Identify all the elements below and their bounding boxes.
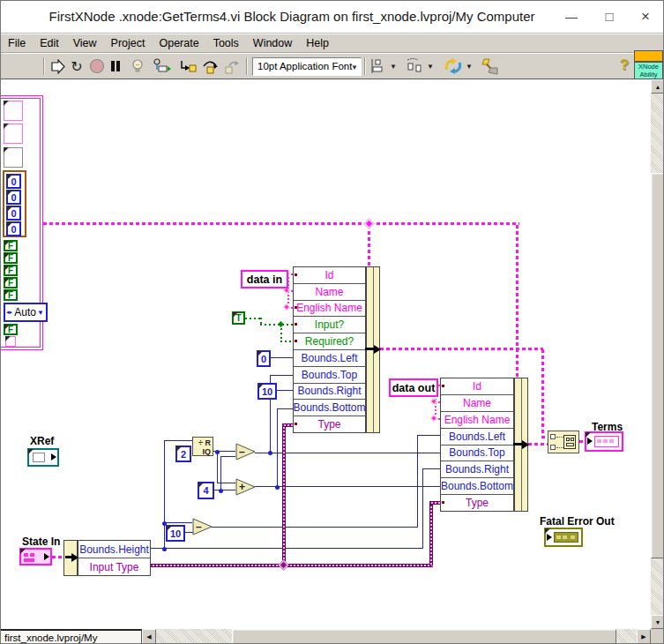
wire-true-const[interactable] — [245, 318, 261, 319]
wire-input-type[interactable] — [151, 564, 433, 567]
font-selector[interactable]: 10pt Application Font ▼ — [252, 57, 362, 76]
wire-to-subtract2[interactable] — [164, 522, 192, 523]
align-objects-button[interactable]: ▼ — [369, 56, 398, 76]
step-into-button[interactable] — [178, 56, 199, 76]
build-array-node[interactable] — [548, 431, 579, 453]
bundle-row[interactable]: English Name — [294, 301, 365, 318]
wire-four-branch[interactable] — [220, 456, 235, 457]
cleanup-diagram-button[interactable] — [477, 56, 502, 76]
unbundle-row[interactable]: Bounds.Height — [78, 541, 150, 558]
ten-constant[interactable]: 10 — [166, 525, 185, 542]
data-out-label[interactable]: data out — [389, 378, 438, 397]
enum-constant[interactable]: ◂▸ Auto ▼ — [4, 303, 48, 322]
bundle-row[interactable]: Bounds.Bottom — [294, 400, 365, 416]
block-diagram-canvas[interactable]: 0 0 0 0 F F F F F ◂▸ Auto ▼ F — [1, 79, 651, 629]
numeric-constant[interactable]: 0 — [6, 190, 21, 205]
add-node[interactable]: + — [235, 478, 257, 499]
wire-zero-out[interactable] — [271, 357, 293, 358]
boolean-constant[interactable]: F — [4, 277, 18, 288]
maximize-button[interactable]: □ — [598, 6, 621, 27]
ten-constant[interactable]: 10 — [257, 383, 277, 400]
run-continuous-button[interactable]: ↻ — [68, 56, 86, 76]
subtract-node[interactable]: – — [192, 518, 213, 539]
wire-type1[interactable] — [282, 423, 293, 427]
wire-bounds-height[interactable] — [151, 548, 422, 549]
wire-to-qr[interactable] — [164, 440, 192, 441]
menu-help[interactable]: Help — [299, 34, 336, 53]
string-constant-empty[interactable] — [4, 124, 23, 144]
wire-cluster-to-bundle1[interactable] — [368, 225, 370, 266]
enum-increment-icon[interactable]: ◂▸ — [6, 309, 12, 316]
numeric-constant[interactable]: 0 — [6, 221, 21, 236]
bundle-row[interactable]: Bounds.Left — [441, 429, 513, 446]
wire-four-out[interactable] — [214, 490, 235, 490]
fatal-error-out-terminal[interactable] — [544, 528, 583, 547]
wire-junction-dot[interactable] — [215, 450, 220, 454]
context-help-button[interactable]: ? — [616, 56, 632, 76]
menu-edit[interactable]: Edit — [33, 34, 66, 53]
menu-operate[interactable]: Operate — [152, 34, 205, 53]
terms-terminal[interactable] — [585, 431, 623, 452]
horizontal-scrollbar[interactable]: ◀ ▶ — [142, 629, 651, 644]
boolean-constant[interactable]: F — [4, 265, 18, 276]
string-constant-empty[interactable] — [5, 336, 16, 347]
bundle-row[interactable]: Bounds.Bottom — [441, 478, 513, 495]
scroll-track[interactable] — [156, 629, 232, 644]
scroll-down-button[interactable]: ▼ — [651, 615, 664, 629]
scroll-thumb[interactable] — [651, 173, 664, 558]
four-constant[interactable]: 4 — [198, 482, 214, 499]
wire-height-minus[interactable] — [417, 435, 440, 436]
bundle-row[interactable]: Id — [441, 378, 513, 395]
wire-type1[interactable] — [282, 425, 286, 565]
unbundle-row[interactable]: Input Type — [78, 558, 150, 575]
wire-bundle1-out[interactable] — [541, 349, 544, 437]
bundle-row[interactable]: Input? — [294, 317, 365, 333]
numeric-constant[interactable]: 0 — [6, 174, 21, 189]
unbundle-by-name-node[interactable]: Bounds.Height Input Type — [78, 540, 151, 576]
wire-junction[interactable] — [278, 321, 284, 327]
wire-type2[interactable] — [429, 501, 440, 505]
title-bar[interactable]: FirstXNode .xnode:GetTerms4.vi Block Dia… — [1, 1, 664, 34]
wire-bounds-top-branch[interactable] — [270, 375, 293, 376]
wire-four-branch[interactable] — [220, 456, 221, 490]
wire-cluster-to-bundle2[interactable] — [516, 225, 519, 378]
menu-project[interactable]: Project — [104, 34, 153, 53]
scroll-left-button[interactable]: ◀ — [142, 629, 156, 644]
distribute-objects-button[interactable]: ▼ — [405, 56, 435, 76]
scroll-right-button[interactable]: ▶ — [637, 629, 651, 644]
wire-bundle1-out[interactable] — [380, 348, 543, 350]
scroll-track[interactable] — [651, 94, 664, 173]
true-constant[interactable]: T — [232, 311, 245, 325]
two-constant[interactable]: 2 — [175, 446, 191, 462]
wire-type2[interactable] — [429, 501, 433, 565]
bundle-row[interactable]: Bounds.Top — [441, 446, 513, 462]
step-out-button[interactable] — [221, 56, 242, 76]
numeric-constant[interactable]: 0 — [6, 206, 21, 221]
state-in-terminal[interactable] — [19, 548, 52, 565]
wire-ten-right-out[interactable] — [277, 390, 293, 391]
data-in-label[interactable]: data in — [241, 270, 288, 288]
bundle-row[interactable]: English Name — [441, 412, 513, 429]
wire-bounds-bottom-branch[interactable] — [277, 408, 293, 409]
retain-wire-values-button[interactable] — [150, 56, 173, 76]
boolean-constant[interactable]: F — [4, 289, 18, 301]
wire-iq-branch[interactable] — [217, 451, 218, 483]
xnode-ability-badge[interactable]: XNode Ability — [634, 62, 663, 79]
minimize-button[interactable]: — — [560, 6, 583, 27]
scroll-up-button[interactable]: ▲ — [651, 79, 664, 94]
wire-cluster-main[interactable] — [43, 222, 519, 225]
bundle-row[interactable]: Name — [441, 395, 513, 412]
boolean-constant[interactable]: F — [4, 240, 18, 251]
xref-terminal[interactable] — [27, 448, 59, 467]
scroll-thumb[interactable] — [232, 629, 616, 644]
reorder-button[interactable]: ▼ — [442, 56, 474, 76]
menu-tools[interactable]: Tools — [206, 34, 246, 53]
pause-button[interactable] — [107, 56, 124, 76]
quotient-remainder-node[interactable]: ÷ R IQ — [192, 437, 213, 456]
bundle-row[interactable]: Type — [294, 416, 365, 432]
wire-bounds-height[interactable] — [422, 468, 440, 469]
bundle-by-name-node-2[interactable]: Id Name English Name Bounds.Left Bounds.… — [440, 378, 514, 512]
vertical-scrollbar[interactable]: ▲ ▼ — [651, 79, 664, 629]
run-button[interactable] — [49, 56, 67, 76]
bundle-row[interactable]: Bounds.Right — [441, 461, 513, 478]
